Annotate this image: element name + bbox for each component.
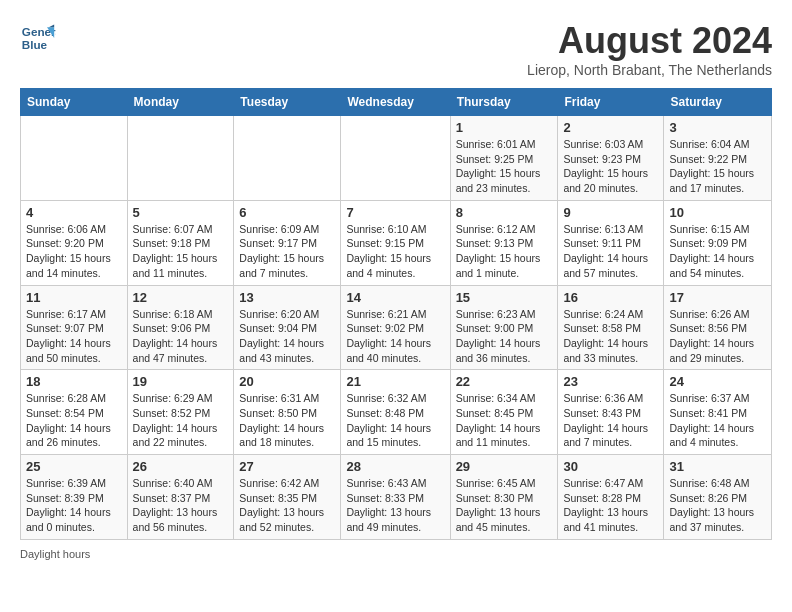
day-number: 11 (26, 290, 122, 305)
day-cell: 30Sunrise: 6:47 AM Sunset: 8:28 PM Dayli… (558, 455, 664, 540)
day-number: 14 (346, 290, 444, 305)
header-cell-monday: Monday (127, 89, 234, 116)
day-cell: 26Sunrise: 6:40 AM Sunset: 8:37 PM Dayli… (127, 455, 234, 540)
day-cell: 29Sunrise: 6:45 AM Sunset: 8:30 PM Dayli… (450, 455, 558, 540)
day-cell: 25Sunrise: 6:39 AM Sunset: 8:39 PM Dayli… (21, 455, 128, 540)
day-info: Sunrise: 6:17 AM Sunset: 9:07 PM Dayligh… (26, 307, 122, 366)
day-number: 6 (239, 205, 335, 220)
day-number: 2 (563, 120, 658, 135)
header-cell-tuesday: Tuesday (234, 89, 341, 116)
day-cell: 24Sunrise: 6:37 AM Sunset: 8:41 PM Dayli… (664, 370, 772, 455)
day-number: 20 (239, 374, 335, 389)
day-cell: 3Sunrise: 6:04 AM Sunset: 9:22 PM Daylig… (664, 116, 772, 201)
day-info: Sunrise: 6:42 AM Sunset: 8:35 PM Dayligh… (239, 476, 335, 535)
header-cell-saturday: Saturday (664, 89, 772, 116)
day-info: Sunrise: 6:13 AM Sunset: 9:11 PM Dayligh… (563, 222, 658, 281)
week-row-5: 25Sunrise: 6:39 AM Sunset: 8:39 PM Dayli… (21, 455, 772, 540)
calendar-body: 1Sunrise: 6:01 AM Sunset: 9:25 PM Daylig… (21, 116, 772, 540)
day-info: Sunrise: 6:45 AM Sunset: 8:30 PM Dayligh… (456, 476, 553, 535)
day-cell: 22Sunrise: 6:34 AM Sunset: 8:45 PM Dayli… (450, 370, 558, 455)
header-cell-friday: Friday (558, 89, 664, 116)
day-info: Sunrise: 6:28 AM Sunset: 8:54 PM Dayligh… (26, 391, 122, 450)
day-cell: 19Sunrise: 6:29 AM Sunset: 8:52 PM Dayli… (127, 370, 234, 455)
day-info: Sunrise: 6:40 AM Sunset: 8:37 PM Dayligh… (133, 476, 229, 535)
day-info: Sunrise: 6:39 AM Sunset: 8:39 PM Dayligh… (26, 476, 122, 535)
day-cell: 31Sunrise: 6:48 AM Sunset: 8:26 PM Dayli… (664, 455, 772, 540)
day-info: Sunrise: 6:12 AM Sunset: 9:13 PM Dayligh… (456, 222, 553, 281)
day-cell (341, 116, 450, 201)
day-info: Sunrise: 6:37 AM Sunset: 8:41 PM Dayligh… (669, 391, 766, 450)
day-cell: 9Sunrise: 6:13 AM Sunset: 9:11 PM Daylig… (558, 200, 664, 285)
day-cell: 27Sunrise: 6:42 AM Sunset: 8:35 PM Dayli… (234, 455, 341, 540)
day-cell: 28Sunrise: 6:43 AM Sunset: 8:33 PM Dayli… (341, 455, 450, 540)
day-number: 12 (133, 290, 229, 305)
day-cell: 16Sunrise: 6:24 AM Sunset: 8:58 PM Dayli… (558, 285, 664, 370)
title-area: August 2024 Lierop, North Brabant, The N… (527, 20, 772, 78)
week-row-2: 4Sunrise: 6:06 AM Sunset: 9:20 PM Daylig… (21, 200, 772, 285)
header: General Blue August 2024 Lierop, North B… (20, 20, 772, 78)
day-number: 29 (456, 459, 553, 474)
day-cell: 13Sunrise: 6:20 AM Sunset: 9:04 PM Dayli… (234, 285, 341, 370)
header-row: SundayMondayTuesdayWednesdayThursdayFrid… (21, 89, 772, 116)
day-cell: 6Sunrise: 6:09 AM Sunset: 9:17 PM Daylig… (234, 200, 341, 285)
day-info: Sunrise: 6:06 AM Sunset: 9:20 PM Dayligh… (26, 222, 122, 281)
day-number: 23 (563, 374, 658, 389)
day-number: 4 (26, 205, 122, 220)
day-number: 22 (456, 374, 553, 389)
day-info: Sunrise: 6:20 AM Sunset: 9:04 PM Dayligh… (239, 307, 335, 366)
day-number: 17 (669, 290, 766, 305)
logo: General Blue (20, 20, 56, 56)
day-info: Sunrise: 6:10 AM Sunset: 9:15 PM Dayligh… (346, 222, 444, 281)
day-info: Sunrise: 6:18 AM Sunset: 9:06 PM Dayligh… (133, 307, 229, 366)
day-info: Sunrise: 6:34 AM Sunset: 8:45 PM Dayligh… (456, 391, 553, 450)
day-number: 3 (669, 120, 766, 135)
day-cell: 1Sunrise: 6:01 AM Sunset: 9:25 PM Daylig… (450, 116, 558, 201)
header-cell-wednesday: Wednesday (341, 89, 450, 116)
day-cell: 21Sunrise: 6:32 AM Sunset: 8:48 PM Dayli… (341, 370, 450, 455)
day-cell: 5Sunrise: 6:07 AM Sunset: 9:18 PM Daylig… (127, 200, 234, 285)
calendar-header: SundayMondayTuesdayWednesdayThursdayFrid… (21, 89, 772, 116)
day-cell: 17Sunrise: 6:26 AM Sunset: 8:56 PM Dayli… (664, 285, 772, 370)
day-number: 8 (456, 205, 553, 220)
day-number: 10 (669, 205, 766, 220)
day-number: 13 (239, 290, 335, 305)
week-row-3: 11Sunrise: 6:17 AM Sunset: 9:07 PM Dayli… (21, 285, 772, 370)
day-number: 25 (26, 459, 122, 474)
day-cell: 11Sunrise: 6:17 AM Sunset: 9:07 PM Dayli… (21, 285, 128, 370)
day-cell (234, 116, 341, 201)
day-cell: 2Sunrise: 6:03 AM Sunset: 9:23 PM Daylig… (558, 116, 664, 201)
day-number: 18 (26, 374, 122, 389)
header-cell-sunday: Sunday (21, 89, 128, 116)
day-number: 9 (563, 205, 658, 220)
day-number: 15 (456, 290, 553, 305)
footer-note: Daylight hours (20, 548, 772, 560)
calendar-title: August 2024 (527, 20, 772, 62)
day-info: Sunrise: 6:07 AM Sunset: 9:18 PM Dayligh… (133, 222, 229, 281)
day-number: 21 (346, 374, 444, 389)
day-info: Sunrise: 6:04 AM Sunset: 9:22 PM Dayligh… (669, 137, 766, 196)
day-info: Sunrise: 6:09 AM Sunset: 9:17 PM Dayligh… (239, 222, 335, 281)
day-cell: 12Sunrise: 6:18 AM Sunset: 9:06 PM Dayli… (127, 285, 234, 370)
day-cell: 20Sunrise: 6:31 AM Sunset: 8:50 PM Dayli… (234, 370, 341, 455)
day-cell: 15Sunrise: 6:23 AM Sunset: 9:00 PM Dayli… (450, 285, 558, 370)
header-cell-thursday: Thursday (450, 89, 558, 116)
day-info: Sunrise: 6:24 AM Sunset: 8:58 PM Dayligh… (563, 307, 658, 366)
day-info: Sunrise: 6:15 AM Sunset: 9:09 PM Dayligh… (669, 222, 766, 281)
svg-text:Blue: Blue (22, 38, 48, 51)
day-number: 28 (346, 459, 444, 474)
day-number: 1 (456, 120, 553, 135)
day-number: 16 (563, 290, 658, 305)
day-info: Sunrise: 6:03 AM Sunset: 9:23 PM Dayligh… (563, 137, 658, 196)
day-number: 24 (669, 374, 766, 389)
day-number: 31 (669, 459, 766, 474)
day-info: Sunrise: 6:23 AM Sunset: 9:00 PM Dayligh… (456, 307, 553, 366)
day-info: Sunrise: 6:47 AM Sunset: 8:28 PM Dayligh… (563, 476, 658, 535)
day-info: Sunrise: 6:29 AM Sunset: 8:52 PM Dayligh… (133, 391, 229, 450)
day-number: 19 (133, 374, 229, 389)
day-info: Sunrise: 6:21 AM Sunset: 9:02 PM Dayligh… (346, 307, 444, 366)
day-cell: 7Sunrise: 6:10 AM Sunset: 9:15 PM Daylig… (341, 200, 450, 285)
calendar-table: SundayMondayTuesdayWednesdayThursdayFrid… (20, 88, 772, 540)
day-number: 27 (239, 459, 335, 474)
day-cell: 18Sunrise: 6:28 AM Sunset: 8:54 PM Dayli… (21, 370, 128, 455)
day-cell: 23Sunrise: 6:36 AM Sunset: 8:43 PM Dayli… (558, 370, 664, 455)
